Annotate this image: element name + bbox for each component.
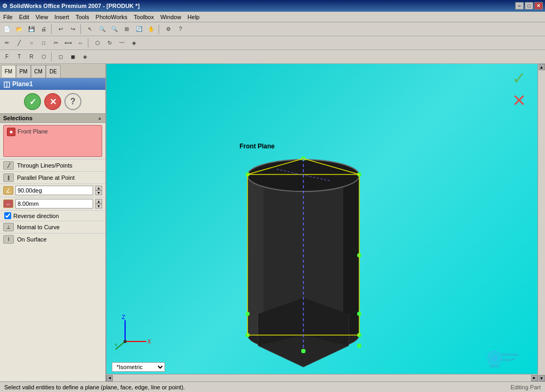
normal-to-curve-option[interactable]: ⊥ Normal to Curve [0, 221, 105, 233]
scroll-right-btn[interactable]: ► [531, 375, 538, 381]
tb-redo[interactable]: ↪ [67, 23, 79, 35]
tb2-trim[interactable]: ✂ [50, 37, 62, 49]
selection-box: ■ Front Plane [3, 125, 102, 157]
tab-feature-manager[interactable]: FM [1, 65, 16, 78]
distance-icon: ↔ [3, 199, 13, 208]
tb-zoom-fit[interactable]: ⊞ [121, 23, 133, 35]
viewport-confirm-icon[interactable]: ✓ [512, 68, 526, 88]
bottom-bar: Select valid entities to define a plane … [0, 381, 545, 392]
scroll-up-btn[interactable]: ▲ [539, 64, 545, 70]
tb3-right[interactable]: R [26, 51, 37, 63]
tb2-dimension[interactable]: ↔ [75, 37, 86, 49]
normal-to-curve-icon: ⊥ [3, 223, 14, 231]
menu-window[interactable]: Window [157, 13, 184, 21]
vista-logo-svg: Windows Vista™ Starter [486, 347, 524, 369]
tb2-loft[interactable]: ◈ [128, 37, 140, 49]
tb-print[interactable]: 🖨 [38, 23, 49, 35]
title-bar: ⚙ SolidWorks Office Premium 2007 - [PROD… [0, 0, 545, 12]
tb2-sketch[interactable]: ✏ [1, 37, 13, 49]
svg-text:X: X [147, 339, 151, 345]
maximize-button[interactable]: □ [525, 2, 533, 10]
plane-title: Plane1 [12, 80, 33, 88]
tb2-line[interactable]: ╱ [13, 37, 25, 49]
on-surface-option[interactable]: ⌇ On Surface [0, 233, 105, 245]
tb-zoom-out[interactable]: 🔍 [109, 23, 120, 35]
tb3-top[interactable]: T [13, 51, 25, 63]
through-lines-option[interactable]: ╱ Through Lines/Points [0, 159, 105, 171]
tb3-wireframe[interactable]: ◻ [55, 51, 67, 63]
menu-toolbox[interactable]: Toolbox [130, 13, 157, 21]
distance-down[interactable]: ▼ [95, 204, 102, 208]
close-button[interactable]: ✕ [534, 2, 543, 10]
reverse-direction-checkbox[interactable] [4, 212, 11, 219]
tb2-rect[interactable]: □ [38, 37, 49, 49]
toolbar-1: 📄 📂 💾 🖨 ↩ ↪ ↖ 🔍 🔍 ⊞ 🔄 ✋ ⚙ ? [0, 22, 545, 36]
status-text: Select valid entities to define a plane … [4, 384, 185, 390]
svg-text:Z: Z [122, 315, 125, 320]
tb2-sweep[interactable]: 〰 [116, 37, 128, 49]
vertical-scrollbar[interactable]: ▲ ▼ [538, 64, 545, 381]
tb2-extrude[interactable]: ⬡ [92, 37, 103, 49]
viewport[interactable]: ✓ ✕ Front Plane [106, 64, 545, 381]
tb2-circle[interactable]: ○ [26, 37, 37, 49]
tb-undo[interactable]: ↩ [55, 23, 67, 35]
editing-text: Editing Part [510, 384, 541, 390]
parallel-plane-option[interactable]: ∥ Parallel Plane at Point [0, 171, 105, 184]
tb-save[interactable]: 💾 [26, 23, 37, 35]
reverse-direction-row: Reverse direction [0, 210, 105, 221]
minimize-button[interactable]: − [515, 2, 524, 10]
view-selector: *Isometric Front Top Right [112, 362, 165, 372]
confirm-button[interactable]: ✓ [24, 93, 41, 110]
angle-input[interactable] [15, 186, 93, 195]
menu-edit[interactable]: Edit [16, 13, 32, 21]
view-dropdown[interactable]: *Isometric Front Top Right [112, 362, 165, 372]
tb3-shaded-edges[interactable]: ◈ [79, 51, 91, 63]
tb2-mirror[interactable]: ⟺ [62, 37, 74, 49]
angle-down[interactable]: ▼ [95, 190, 102, 195]
on-surface-icon: ⌇ [3, 235, 14, 244]
tab-property-manager[interactable]: PM [16, 65, 31, 78]
distance-spinner: ▲ ▼ [95, 199, 102, 208]
tb-select[interactable]: ↖ [84, 23, 96, 35]
tb3-front[interactable]: F [1, 51, 13, 63]
tb3-iso[interactable]: ⬡ [38, 51, 49, 63]
selections-header: Selections ▲ [0, 113, 105, 123]
scroll-left-btn[interactable]: ◄ [106, 375, 113, 381]
menu-file[interactable]: File [0, 13, 16, 21]
viewport-cancel-icon[interactable]: ✕ [512, 90, 526, 111]
title-bar-text: SolidWorks Office Premium 2007 - [PRODUK… [10, 3, 139, 9]
tb3-shaded[interactable]: ◼ [67, 51, 79, 63]
tb-help[interactable]: ? [175, 23, 186, 35]
distance-up[interactable]: ▲ [95, 199, 102, 204]
scroll-down-btn[interactable]: ▼ [539, 375, 545, 381]
vista-logo: Windows Vista™ Starter [486, 347, 524, 370]
selections-collapse[interactable]: ▲ [97, 115, 102, 121]
menu-tools[interactable]: Tools [72, 13, 93, 21]
tb-rotate[interactable]: 🔄 [133, 23, 145, 35]
parallel-plane-icon: ∥ [3, 173, 14, 182]
sep-5 [51, 52, 53, 62]
title-bar-left: ⚙ SolidWorks Office Premium 2007 - [PROD… [2, 3, 139, 10]
tab-config-manager[interactable]: CM [31, 65, 46, 78]
svg-rect-2 [247, 176, 263, 335]
menu-help[interactable]: Help [184, 13, 203, 21]
tb-pan[interactable]: ✋ [145, 23, 157, 35]
menu-photoworks[interactable]: PhotoWorks [93, 13, 131, 21]
angle-up[interactable]: ▲ [95, 186, 102, 190]
svg-text:Windows: Windows [501, 352, 518, 357]
svg-text:Y: Y [114, 343, 118, 348]
tab-dim-expert[interactable]: DE [46, 65, 61, 78]
cancel-button[interactable]: ✕ [44, 93, 61, 110]
sep-3 [159, 24, 161, 34]
tb-zoom-in[interactable]: 🔍 [96, 23, 108, 35]
menu-insert[interactable]: Insert [51, 13, 72, 21]
selection-item: Front Plane [18, 128, 48, 135]
distance-input[interactable] [15, 199, 93, 208]
tb-options[interactable]: ⚙ [162, 23, 174, 35]
help-button[interactable]: ? [64, 93, 81, 110]
tb-open[interactable]: 📂 [13, 23, 25, 35]
tb2-revolve[interactable]: ↻ [104, 37, 115, 49]
menu-view[interactable]: View [32, 13, 52, 21]
tb-new[interactable]: 📄 [1, 23, 13, 35]
horizontal-scrollbar[interactable]: ◄ ► [106, 374, 538, 381]
